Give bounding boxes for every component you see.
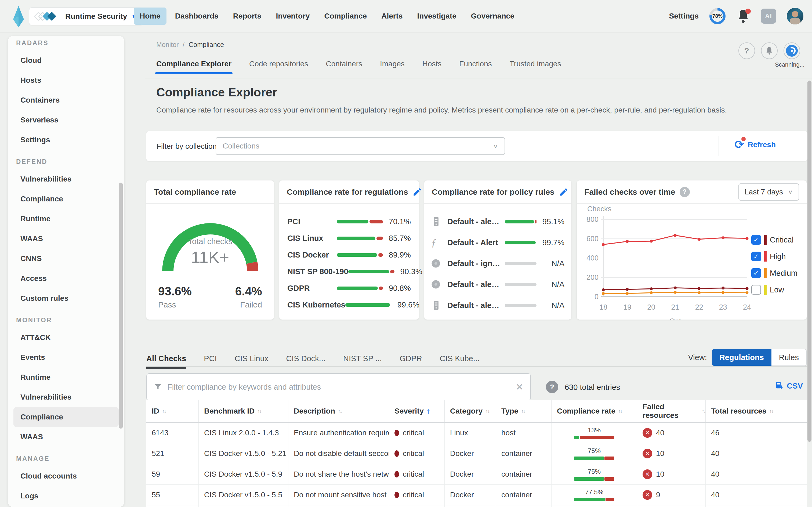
compliance-filter-input[interactable]: Filter compliance by keywords and attrib… [147,373,531,401]
tab-containers[interactable]: Containers [326,60,362,74]
sidebar-item-vulnerabilities[interactable]: Vulnerabilities [13,387,119,407]
view-label: View: [688,353,707,362]
scan-status-button[interactable] [784,43,800,59]
tab-images[interactable]: Images [380,60,405,74]
time-range-select[interactable]: Last 7 days ∨ [739,183,799,201]
table-row-check-59[interactable]: 59CIS Docker v1.5.0 - 5.9Do not share th… [147,464,807,485]
clear-filter-icon[interactable]: ✕ [516,382,524,392]
announcements-button[interactable] [761,43,777,59]
column-header-category[interactable]: Category↑↓ [445,400,496,422]
legend-item-critical[interactable]: ✓Critical [751,231,798,248]
sidebar-item-cloud[interactable]: Cloud [13,51,119,70]
sidebar-item-att-ck[interactable]: ATT&CK [13,328,119,347]
table-row-check-55[interactable]: 55CIS Docker v1.5.0 - 5.5Do not mount se… [147,485,807,505]
sidebar-item-runtime[interactable]: Runtime [13,368,119,387]
column-header-description[interactable]: Description↑↓ [288,400,389,422]
sidebar-item-cloud-accounts[interactable]: Cloud accounts [13,466,119,486]
cell-id: 59 [147,464,198,485]
view-option-rules[interactable]: Rules [771,349,807,366]
refresh-button[interactable]: ⟳ Refresh [735,139,776,150]
tab-functions[interactable]: Functions [459,60,491,74]
column-header-severity[interactable]: Severity↑ [389,400,445,422]
sidebar-item-events[interactable]: Events [13,347,119,368]
sidebar-item-settings[interactable]: Settings [13,130,119,150]
topnav-item-governance[interactable]: Governance [465,7,520,25]
notifications-bell-icon[interactable] [736,9,750,23]
page-scrollbar[interactable] [807,80,811,442]
sidebar-item-compliance[interactable]: Compliance [13,189,119,209]
sidebar-item-serverless[interactable]: Serverless [13,110,119,130]
settings-link[interactable]: Settings [669,12,699,20]
main-content: Monitor / Compliance ? Scanning... Compl… [145,33,812,507]
regulation-bar [337,237,383,240]
legend-item-medium[interactable]: ✓Medium [751,265,798,281]
column-header-total-resources[interactable]: Total resources↑↓ [705,400,807,422]
breadcrumb-monitor[interactable]: Monitor [156,41,179,48]
user-avatar[interactable] [787,8,803,24]
sidebar-item-cnns[interactable]: CNNS [13,249,119,269]
module-selector[interactable]: Runtime Security ∨ [29,7,143,25]
entries-help-icon[interactable]: ? [546,381,558,393]
legend-item-low[interactable]: Low [751,281,798,298]
sidebar-item-custom-rules[interactable]: Custom rules [13,288,119,308]
legend-checkbox[interactable]: ✓ [751,268,761,278]
top-navigation-bar: Runtime Security ∨ HomeDashboardsReports… [0,0,812,33]
column-header-compliance-rate[interactable]: Compliance rate↑↓ [551,400,637,422]
collections-dropdown[interactable]: Collections ∨ [216,137,505,155]
sidebar-item-waas[interactable]: WAAS [13,229,119,249]
topnav-item-home[interactable]: Home [134,7,167,25]
help-button[interactable]: ? [739,43,755,59]
sidebar-item-access[interactable]: Access [13,269,119,288]
sidebar-item-compliance[interactable]: Compliance [13,407,119,427]
legend-checkbox[interactable]: ✓ [751,235,761,245]
sidebar-item-containers[interactable]: Containers [13,90,119,110]
bar-fail-segment [535,220,536,223]
column-label: Compliance rate [557,407,616,415]
edit-pencil-icon[interactable] [412,187,422,197]
tab-hosts[interactable]: Hosts [422,60,442,74]
column-header-failed-resources[interactable]: Failed resources↑↓ [637,400,705,422]
bar-na-segment [505,304,536,307]
cell-category: Docker [445,505,496,507]
csv-export-button[interactable]: CSV [775,381,803,390]
topnav-item-dashboards[interactable]: Dashboards [169,7,225,25]
sidebar-item-logs[interactable]: Logs [13,486,119,506]
tab-code-repositories[interactable]: Code repositories [249,60,308,74]
ai-assistant-icon[interactable]: AI [761,9,776,23]
legend-item-high[interactable]: ✓High [751,248,798,265]
topnav-item-investigate[interactable]: Investigate [411,7,462,25]
table-row-check-515[interactable]: 515CIS Docker v1.5.0 - 5.15Do not share … [147,505,807,507]
ai-chip-label: AI [765,12,772,20]
progress-ring[interactable]: 78% [709,8,726,24]
sidebar-item-defenders[interactable]: Defenders [13,506,119,507]
module-selector-label: Runtime Security [65,12,127,21]
table-row-check-521[interactable]: 521CIS Docker v1.5.0 - 5.21Do not disabl… [147,443,807,464]
filter-funnel-icon [154,383,162,391]
tab-trusted-images[interactable]: Trusted images [510,60,561,74]
help-icon[interactable]: ? [680,187,690,197]
legend-checkbox[interactable] [751,285,761,295]
topnav-item-alerts[interactable]: Alerts [375,7,408,25]
sidebar-scrollbar[interactable] [119,183,123,429]
sidebar-item-hosts[interactable]: Hosts [13,70,119,90]
column-header-id[interactable]: ID↑↓ [147,400,198,422]
regulation-value: 90.8% [383,284,411,293]
sidebar-item-runtime[interactable]: Runtime [13,209,119,229]
topnav-item-reports[interactable]: Reports [227,7,268,25]
view-option-regulations[interactable]: Regulations [712,349,771,366]
svg-text:22: 22 [695,303,703,311]
host-icon [431,216,443,227]
topnav-item-inventory[interactable]: Inventory [270,7,315,25]
bar-pass-segment [337,253,377,257]
topnav-item-compliance[interactable]: Compliance [318,7,373,25]
regulation-label: NIST SP 800-190 [287,267,348,276]
table-row-check-6143[interactable]: 6143CIS Linux 2.0.0 - 1.4.3Ensure authen… [147,423,807,443]
edit-pencil-icon[interactable] [559,187,569,197]
sidebar-item-vulnerabilities[interactable]: Vulnerabilities [13,169,119,189]
column-header-benchmark-id[interactable]: Benchmark ID↑↓ [198,400,288,422]
legend-checkbox[interactable]: ✓ [751,251,761,261]
column-header-type[interactable]: Type↑↓ [496,400,551,422]
tab-compliance-explorer[interactable]: Compliance Explorer [156,60,231,74]
sidebar-item-waas[interactable]: WAAS [13,427,119,447]
cell-benchmark-id: CIS Docker v1.5.0 - 5.15 [198,505,288,507]
